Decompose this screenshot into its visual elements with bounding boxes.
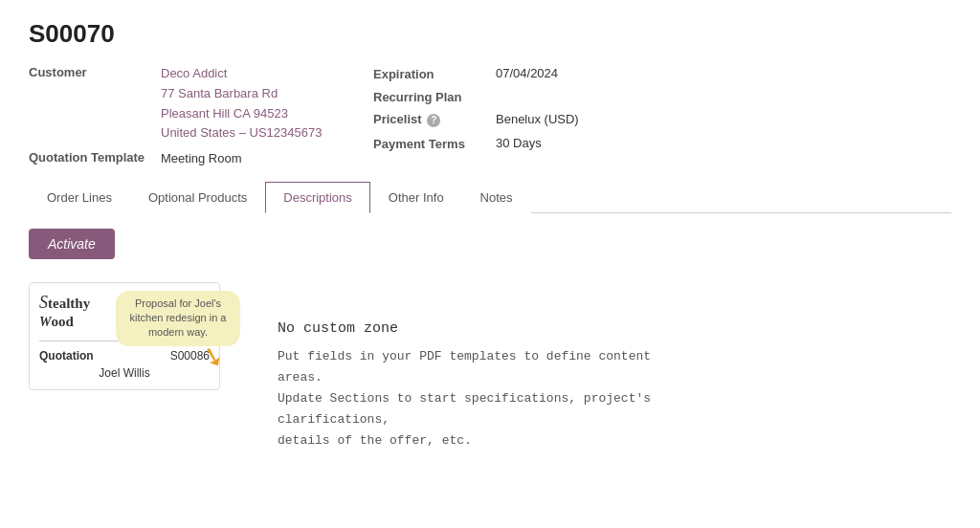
pdf-tooltip-bubble: Proposal for Joel's kitchen redesign in … xyxy=(116,291,240,346)
explanation-body: Put fields in your PDF templates to defi… xyxy=(278,346,679,451)
info-right: Expiration 07/04/2024 Recurring Plan Pri… xyxy=(373,64,579,168)
tab-order-lines[interactable]: Order Lines xyxy=(29,182,130,213)
content-area: Stealthy Wood Proposal for Joel's kitche… xyxy=(29,282,951,451)
pdf-preview: Stealthy Wood Proposal for Joel's kitche… xyxy=(29,282,220,390)
info-left: Customer Deco Addict 77 Santa Barbara Rd… xyxy=(29,64,335,168)
pricelist-row: Pricelist ? Benelux (USD) xyxy=(373,110,579,129)
customer-name: Deco Addict xyxy=(161,64,322,84)
tab-optional-products[interactable]: Optional Products xyxy=(130,182,265,213)
pdf-quotation-label: Quotation xyxy=(39,349,94,363)
tabs-bar: Order Lines Optional Products Descriptio… xyxy=(29,182,951,213)
customer-address-line1: 77 Santa Barbara Rd xyxy=(161,84,322,104)
tab-other-info[interactable]: Other Info xyxy=(370,182,462,213)
pricelist-label: Pricelist ? xyxy=(373,111,488,127)
payment-terms-label: Payment Terms xyxy=(373,136,488,151)
info-grid: Customer Deco Addict 77 Santa Barbara Rd… xyxy=(29,64,951,168)
pdf-quotation-row: Quotation S00086 xyxy=(39,349,210,363)
customer-label: Customer xyxy=(29,64,153,79)
pdf-logo: Stealthy Wood xyxy=(39,293,90,331)
tab-notes[interactable]: Notes xyxy=(462,182,531,213)
page-title: S00070 xyxy=(29,19,951,49)
customer-address-line3: United States – US12345673 xyxy=(161,123,322,143)
explanation-area: No custom zone Put fields in your PDF te… xyxy=(278,282,679,451)
quotation-template-row: Quotation Template Meeting Room xyxy=(29,149,335,168)
activate-button[interactable]: Activate xyxy=(29,229,115,259)
quotation-template-label: Quotation Template xyxy=(29,149,153,165)
expiration-value: 07/04/2024 xyxy=(496,64,558,83)
tab-descriptions[interactable]: Descriptions xyxy=(265,182,370,213)
recurring-plan-row: Recurring Plan xyxy=(373,89,579,104)
pdf-customer-name: Joel Willis xyxy=(39,366,210,380)
expiration-row: Expiration 07/04/2024 xyxy=(373,64,579,83)
pricelist-help-icon[interactable]: ? xyxy=(427,114,440,127)
customer-address-line2: Pleasant Hill CA 94523 xyxy=(161,104,322,124)
pricelist-value: Benelux (USD) xyxy=(496,110,579,129)
quotation-template-value: Meeting Room xyxy=(161,149,242,168)
recurring-plan-label: Recurring Plan xyxy=(373,89,488,104)
no-custom-zone-title: No custom zone xyxy=(278,320,679,337)
customer-row: Customer Deco Addict 77 Santa Barbara Rd… xyxy=(29,64,335,143)
payment-terms-row: Payment Terms 30 Days xyxy=(373,134,579,153)
payment-terms-value: 30 Days xyxy=(496,134,542,153)
customer-address: Deco Addict 77 Santa Barbara Rd Pleasant… xyxy=(161,64,322,143)
expiration-label: Expiration xyxy=(373,66,488,81)
